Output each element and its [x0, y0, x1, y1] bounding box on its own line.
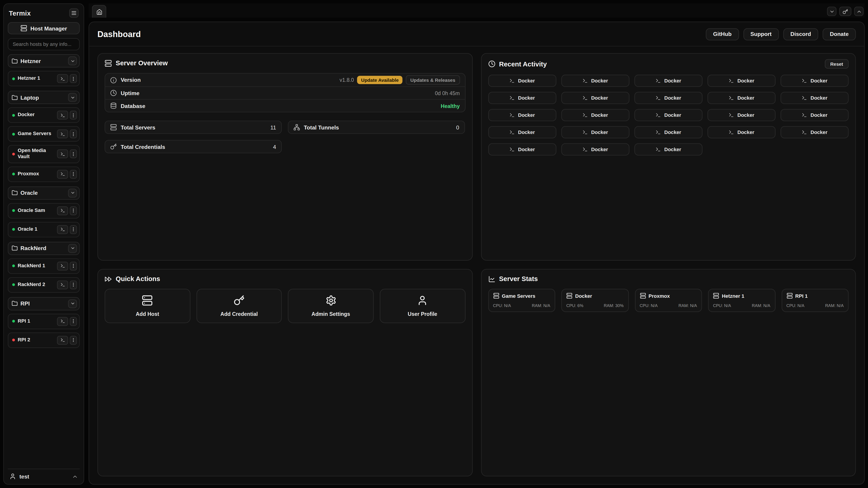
host-item-docker[interactable]: Docker	[8, 107, 80, 123]
host-menu-button[interactable]	[70, 317, 77, 326]
host-terminal-button[interactable]	[57, 170, 68, 178]
credentials-button[interactable]	[839, 6, 851, 16]
host-menu-button[interactable]	[70, 111, 77, 120]
quick-action-admin-settings[interactable]: Admin Settings	[288, 289, 374, 323]
activity-label: Docker	[664, 78, 681, 84]
activity-docker-button[interactable]: Docker	[561, 92, 629, 104]
host-menu-button[interactable]	[70, 206, 77, 215]
host-terminal-button[interactable]	[57, 335, 68, 344]
quick-action-add-credential[interactable]: Add Credential	[196, 289, 282, 323]
activity-docker-button[interactable]: Docker	[707, 109, 775, 121]
folder-header-hetzner[interactable]: Hetzner	[8, 54, 80, 68]
activity-label: Docker	[811, 129, 828, 135]
activity-docker-button[interactable]: Docker	[561, 143, 629, 156]
host-menu-button[interactable]	[70, 129, 77, 138]
host-item-racknerd-2[interactable]: RackNerd 2	[8, 277, 80, 293]
updates-releases-button[interactable]: Updates & Releases	[406, 75, 460, 85]
tab-scroll-up-button[interactable]	[854, 6, 864, 16]
folder-collapse-button[interactable]	[68, 93, 77, 102]
activity-docker-button[interactable]: Docker	[634, 109, 702, 121]
host-item-oracle-1[interactable]: Oracle 1	[8, 222, 80, 237]
server-stat-proxmox[interactable]: Proxmox CPU: N/A RAM: N/A	[635, 289, 702, 312]
host-item-racknerd-1[interactable]: RackNerd 1	[8, 258, 80, 273]
host-menu-button[interactable]	[70, 261, 77, 270]
server-stat-hetzner-1[interactable]: Hetzner 1 CPU: N/A RAM: N/A	[708, 289, 775, 312]
sidebar-footer[interactable]: test	[8, 468, 80, 480]
activity-docker-button[interactable]: Docker	[488, 126, 556, 138]
host-menu-button[interactable]	[70, 150, 77, 158]
host-terminal-button[interactable]	[57, 129, 68, 138]
header-link-support[interactable]: Support	[743, 28, 779, 40]
host-terminal-button[interactable]	[57, 225, 68, 234]
activity-docker-button[interactable]: Docker	[488, 109, 556, 121]
host-item-oracle-sam[interactable]: Oracle Sam	[8, 203, 80, 219]
host-terminal-button[interactable]	[57, 280, 68, 289]
activity-docker-button[interactable]: Docker	[634, 92, 702, 104]
activity-docker-button[interactable]: Docker	[707, 92, 775, 104]
host-item-proxmox[interactable]: Proxmox	[8, 166, 80, 182]
folder-collapse-button[interactable]	[68, 57, 77, 65]
activity-docker-button[interactable]: Docker	[780, 126, 848, 138]
activity-docker-button[interactable]: Docker	[707, 126, 775, 138]
folder-collapse-button[interactable]	[68, 299, 77, 308]
activity-docker-button[interactable]: Docker	[707, 75, 775, 87]
reset-button[interactable]: Reset	[825, 59, 849, 69]
header-link-donate[interactable]: Donate	[823, 28, 856, 40]
chevron-up-icon[interactable]	[72, 473, 78, 480]
activity-docker-button[interactable]: Docker	[561, 75, 629, 87]
activity-docker-button[interactable]: Docker	[561, 126, 629, 138]
host-item-game-servers[interactable]: Game Servers	[8, 126, 80, 142]
activity-docker-button[interactable]: Docker	[780, 92, 848, 104]
recent-activity-grid: Docker Docker Docker Docker Docker Docke…	[488, 75, 849, 156]
terminal-icon	[60, 112, 65, 118]
activity-label: Docker	[664, 112, 681, 118]
activity-docker-button[interactable]: Docker	[488, 75, 556, 87]
host-menu-button[interactable]	[70, 170, 77, 178]
server-stat-docker[interactable]: Docker CPU: 6% RAM: 30%	[561, 289, 629, 312]
host-terminal-button[interactable]	[57, 111, 68, 120]
host-item-rpi-2[interactable]: RPI 2	[8, 332, 80, 348]
header-link-github[interactable]: GitHub	[706, 28, 739, 40]
activity-docker-button[interactable]: Docker	[780, 109, 848, 121]
search-hosts-input[interactable]	[8, 38, 80, 51]
tab-home[interactable]	[92, 5, 106, 18]
host-terminal-button[interactable]	[57, 74, 68, 83]
host-menu-button[interactable]	[70, 280, 77, 289]
quick-action-user-profile[interactable]: User Profile	[380, 289, 465, 323]
host-item-open-media-vault[interactable]: Open Media Vault	[8, 145, 80, 163]
quick-actions-grid: Add Host Add Credential Admin Settings U…	[105, 289, 465, 323]
host-menu-button[interactable]	[70, 74, 77, 83]
host-name: RackNerd 1	[18, 263, 54, 269]
folder-collapse-button[interactable]	[68, 188, 77, 197]
host-terminal-button[interactable]	[57, 150, 68, 158]
folder-header-oracle[interactable]: Oracle	[8, 186, 80, 199]
folder-collapse-button[interactable]	[68, 244, 77, 253]
host-terminal-button[interactable]	[57, 261, 68, 270]
quick-action-add-host[interactable]: Add Host	[105, 289, 190, 323]
host-terminal-button[interactable]	[57, 206, 68, 215]
activity-docker-button[interactable]: Docker	[634, 126, 702, 138]
activity-docker-button[interactable]: Docker	[561, 109, 629, 121]
folder-header-racknerd[interactable]: RackNerd	[8, 241, 80, 255]
activity-docker-button[interactable]: Docker	[780, 75, 848, 87]
activity-docker-button[interactable]: Docker	[488, 92, 556, 104]
host-menu-button[interactable]	[70, 225, 77, 234]
activity-docker-button[interactable]: Docker	[488, 143, 556, 156]
header-link-discord[interactable]: Discord	[783, 28, 818, 40]
host-name: RPI 2	[18, 337, 54, 343]
server-stat-game-servers[interactable]: Game Servers CPU: N/A RAM: N/A	[488, 289, 555, 312]
folder-header-laptop[interactable]: Laptop	[8, 91, 80, 104]
activity-docker-button[interactable]: Docker	[634, 143, 702, 156]
host-menu-button[interactable]	[70, 335, 77, 344]
host-item-rpi-1[interactable]: RPI 1	[8, 313, 80, 329]
activity-docker-button[interactable]: Docker	[634, 75, 702, 87]
host-manager-button[interactable]: Host Manager	[8, 22, 80, 34]
stat-header: Game Servers	[493, 293, 550, 299]
tab-scroll-down-button[interactable]	[827, 6, 837, 16]
host-actions	[57, 150, 77, 158]
folder-header-rpi[interactable]: RPI	[8, 297, 80, 310]
host-terminal-button[interactable]	[57, 317, 68, 326]
server-stat-rpi-1[interactable]: RPI 1 CPU: N/A RAM: N/A	[781, 289, 849, 312]
host-item-hetzner-1[interactable]: Hetzner 1	[8, 71, 80, 86]
sidebar-menu-button[interactable]	[69, 8, 79, 18]
